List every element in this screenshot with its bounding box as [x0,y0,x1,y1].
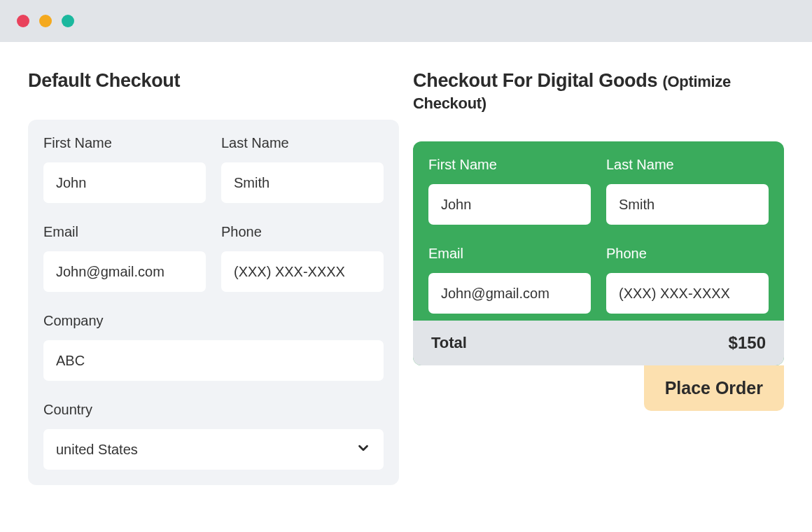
email-label: Email [43,224,206,240]
company-label: Company [43,313,384,329]
first-name-label: First Name [43,135,206,151]
country-label: Country [43,402,384,418]
dg-email-input[interactable] [428,273,591,314]
digital-checkout-title-main: Checkout For Digital Goods [413,70,662,91]
default-checkout-card: First Name Last Name Email Phone [28,120,399,485]
default-checkout-column: Default Checkout First Name Last Name Em… [28,70,399,485]
dg-phone-label: Phone [606,246,769,262]
dg-first-name-field-group: First Name [428,157,591,225]
last-name-field-group: Last Name [221,135,384,203]
dg-last-name-input[interactable] [606,184,769,225]
first-name-field-group: First Name [43,135,206,203]
default-checkout-title: Default Checkout [28,70,399,92]
place-order-button[interactable]: Place Order [644,365,784,411]
close-icon[interactable] [17,15,29,27]
last-name-input[interactable] [221,162,384,203]
dg-last-name-field-group: Last Name [606,157,769,225]
digital-checkout-title: Checkout For Digital Goods (Optimize Che… [413,70,784,113]
phone-label: Phone [221,224,384,240]
total-bar: Total $150 [413,321,784,365]
dg-first-name-input[interactable] [428,184,591,225]
total-label: Total [431,334,467,352]
total-value: $150 [729,333,766,353]
company-input[interactable] [43,340,384,381]
digital-checkout-card: First Name Last Name Email Phone [413,141,784,365]
maximize-icon[interactable] [62,15,74,27]
last-name-label: Last Name [221,135,384,151]
first-name-input[interactable] [43,162,206,203]
dg-phone-field-group: Phone [606,246,769,314]
dg-email-field-group: Email [428,246,591,314]
phone-input[interactable] [221,251,384,292]
email-field-group: Email [43,224,206,292]
dg-last-name-label: Last Name [606,157,769,173]
dg-phone-input[interactable] [606,273,769,314]
email-input[interactable] [43,251,206,292]
company-field-group: Company [43,313,384,381]
country-field-group: Country united States [43,402,384,470]
dg-first-name-label: First Name [428,157,591,173]
dg-email-label: Email [428,246,591,262]
window-titlebar [0,0,812,42]
country-select[interactable]: united States [43,429,384,470]
digital-checkout-column: Checkout For Digital Goods (Optimize Che… [413,70,784,485]
phone-field-group: Phone [221,224,384,292]
minimize-icon[interactable] [39,15,52,27]
